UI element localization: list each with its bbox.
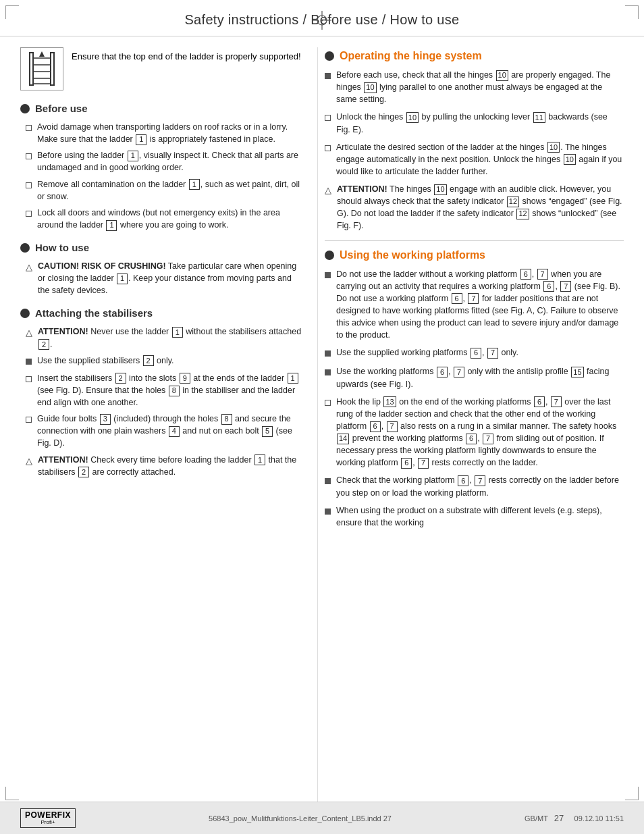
list-item: Do not use the ladder without a working …	[325, 268, 624, 342]
list-item: Remove all contamination on the ladder 1…	[26, 178, 304, 203]
list-item: When using the product on a substrate wi…	[325, 504, 624, 529]
ladder-icon	[20, 47, 63, 90]
caution-label: CAUTION! RISK OF CRUSHING!	[38, 261, 166, 271]
ladder-svg-icon	[27, 51, 57, 86]
footer-date: 09.12.10 11:51	[574, 814, 624, 823]
how-to-use-header: How to use	[20, 242, 304, 253]
working-platforms-header: Using the working platforms	[325, 249, 624, 261]
svg-point-5	[321, 20, 323, 22]
footer: POWERFIX Profi+ 56843_pow_Mulitfunktions…	[0, 802, 644, 834]
list-item: △ ATTENTION! Check every time before loa…	[26, 454, 304, 478]
list-item: Before using the ladder 1, visually insp…	[26, 149, 304, 174]
footer-page-number: 27	[554, 813, 564, 823]
filled-marker	[325, 348, 331, 360]
list-item: Use the working platforms 6, 7 only with…	[325, 365, 624, 390]
ref-1: 1	[136, 134, 146, 145]
list-item: △ ATTENTION! Never use the ladder 1 with…	[26, 325, 304, 350]
triangle-marker: △	[325, 184, 331, 197]
operating-hinge-bullet	[325, 51, 334, 61]
triangle-marker: △	[26, 261, 32, 274]
before-use-title: Before use	[35, 103, 88, 114]
crosshair-icon	[313, 11, 331, 30]
svg-rect-6	[30, 53, 33, 85]
footer-file: 56843_pow_Mulitfunktions-Leiter_Content_…	[209, 814, 392, 823]
filled-marker	[325, 70, 331, 82]
list-item: Unlock the hinges 10 by pulling the unlo…	[325, 111, 624, 135]
attaching-stabilisers-bullet	[20, 309, 30, 318]
operating-hinge-list: Before each use, check that all the hing…	[325, 69, 624, 232]
square-marker	[26, 180, 32, 192]
page: Safety instructions / Before use / How t…	[0, 0, 644, 834]
square-marker	[26, 122, 32, 134]
list-item: △ CAUTION! RISK OF CRUSHING! Take partic…	[26, 260, 304, 296]
how-to-use-title: How to use	[35, 242, 89, 253]
list-item: Hook the lip 13 on the end of the workin…	[325, 396, 624, 469]
working-platforms-bullet	[325, 251, 334, 260]
operating-hinge-title: Operating the hinge system	[340, 50, 482, 62]
brand-sub: Profi+	[41, 820, 55, 826]
ref-1b: 1	[128, 151, 138, 161]
list-item: Lock all doors and windows (but not emer…	[26, 207, 304, 231]
svg-marker-13	[39, 51, 45, 57]
square-marker	[26, 208, 32, 220]
ref-1c: 1	[189, 179, 200, 190]
list-item: Articulate the desired section of the la…	[325, 141, 624, 178]
how-to-use-bullet	[20, 243, 30, 253]
section-divider	[325, 240, 624, 241]
footer-left: POWERFIX Profi+	[20, 808, 76, 829]
attaching-stabilisers-header: Attaching the stabilisers	[20, 307, 304, 319]
square-marker	[325, 397, 331, 409]
corner-mark-br	[625, 787, 639, 800]
list-item: Check that the working platform 6, 7 res…	[325, 474, 624, 498]
svg-rect-7	[51, 53, 54, 85]
footer-locale-page: GB/MT 27 09.12.10 11:51	[525, 813, 624, 823]
brand-name: POWERFIX	[25, 811, 71, 820]
ladder-tip-text: Ensure that the top end of the ladder is…	[72, 47, 301, 63]
main-content: Ensure that the top end of the ladder is…	[0, 36, 644, 802]
before-use-header: Before use	[20, 103, 304, 114]
square-marker	[325, 112, 331, 124]
list-item: Before each use, check that all the hing…	[325, 69, 624, 105]
list-item: Guide four bolts 3 (included) through th…	[26, 413, 304, 449]
footer-locale: GB/MT	[525, 814, 548, 823]
ref-1e: 1	[117, 273, 128, 284]
attaching-stabilisers-title: Attaching the stabilisers	[35, 307, 153, 319]
left-column: Ensure that the top end of the ladder is…	[20, 47, 304, 802]
list-item: Insert the stabilisers 2 into the slots …	[26, 372, 304, 409]
list-item: Use the supplied working platforms 6, 7 …	[325, 346, 624, 360]
attaching-stabilisers-list: △ ATTENTION! Never use the ladder 1 with…	[26, 325, 304, 477]
square-marker	[26, 414, 32, 426]
ladder-tip-box: Ensure that the top end of the ladder is…	[20, 47, 304, 90]
list-item: Avoid damage when transporting ladders o…	[26, 121, 304, 145]
before-use-bullet	[20, 104, 30, 113]
filled-marker	[325, 475, 331, 488]
triangle-marker: △	[26, 455, 32, 468]
filled-marker	[325, 367, 331, 379]
before-use-list: Avoid damage when transporting ladders o…	[26, 121, 304, 231]
right-column: Operating the hinge system Before each u…	[317, 47, 624, 802]
filled-marker	[325, 506, 331, 518]
filled-marker	[325, 269, 331, 282]
operating-hinge-header: Operating the hinge system	[325, 50, 624, 62]
list-item: △ ATTENTION! The hinges 10 engage with a…	[325, 183, 624, 232]
working-platforms-list: Do not use the ladder without a working …	[325, 268, 624, 529]
list-item: Use the supplied stabilisers 2 only.	[26, 355, 304, 368]
filled-marker	[26, 356, 32, 368]
corner-mark-bl	[5, 787, 19, 800]
square-marker	[26, 373, 32, 386]
powerfix-logo: POWERFIX Profi+	[20, 808, 76, 829]
square-marker	[26, 151, 32, 163]
square-marker	[325, 142, 331, 155]
ref-1d: 1	[106, 220, 117, 231]
triangle-marker: △	[26, 327, 32, 340]
how-to-use-list: △ CAUTION! RISK OF CRUSHING! Take partic…	[26, 260, 304, 296]
header: Safety instructions / Before use / How t…	[0, 0, 644, 36]
working-platforms-title: Using the working platforms	[340, 249, 485, 261]
